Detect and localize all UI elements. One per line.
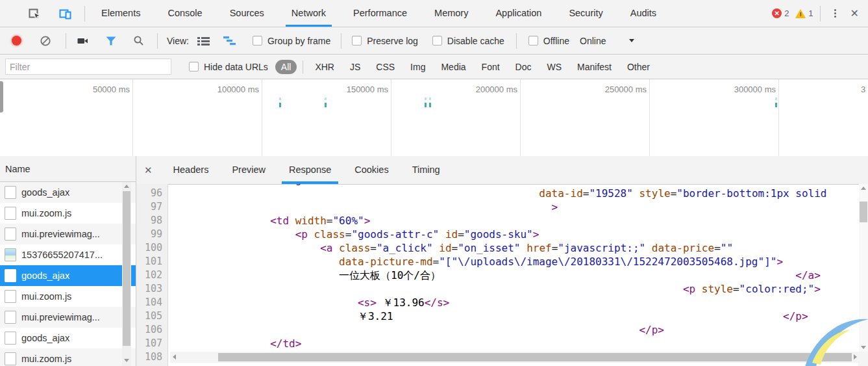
request-mark[interactable] [429, 98, 431, 100]
warning-count-icon[interactable]: ! [795, 9, 806, 18]
kebab-menu-icon[interactable] [826, 4, 845, 23]
detail-tab-preview[interactable]: Preview [228, 156, 269, 184]
filter-pill-all[interactable]: All [275, 60, 297, 74]
scroll-up-icon[interactable] [861, 187, 866, 190]
request-row[interactable]: mui.previewimag... [0, 307, 136, 328]
request-mark[interactable] [425, 103, 427, 107]
tab-performance[interactable]: Performance [350, 0, 410, 27]
code-token: "on_isset" [458, 242, 520, 254]
filter-pill-media[interactable]: Media [435, 60, 471, 74]
detail-tab-cookies[interactable]: Cookies [351, 156, 392, 184]
tab-memory[interactable]: Memory [431, 0, 471, 27]
request-row[interactable]: mui.zoom.js [0, 203, 136, 224]
tab-sources[interactable]: Sources [227, 0, 267, 27]
request-row[interactable]: goods_ajax [0, 182, 136, 203]
scroll-thumb[interactable] [123, 191, 130, 346]
timeline-tick-label: 300000 ms [704, 85, 776, 94]
scroll-thumb[interactable] [218, 353, 852, 361]
request-row[interactable]: goods_ajax [0, 265, 136, 286]
tab-security[interactable]: Security [565, 0, 606, 27]
filter-pill-ws[interactable]: WS [541, 60, 568, 74]
scroll-thumb[interactable] [860, 202, 867, 222]
request-list-scrollbar[interactable] [122, 182, 131, 366]
offline-checkbox[interactable] [528, 36, 538, 46]
scroll-down-icon[interactable] [861, 346, 866, 349]
request-mark[interactable] [425, 98, 427, 100]
error-count-icon[interactable]: ✕ [772, 8, 782, 18]
filter-pill-js[interactable]: JS [344, 60, 366, 74]
detail-tab-response[interactable]: Response [285, 156, 335, 184]
record-button[interactable] [12, 36, 21, 46]
document-icon [5, 269, 16, 282]
request-row[interactable]: mui.zoom.js [0, 286, 136, 307]
filter-pill-font[interactable]: Font [476, 60, 506, 74]
network-overview[interactable]: 50000 ms100000 ms150000 ms200000 ms25000… [0, 79, 868, 157]
filter-pill-css[interactable]: CSS [370, 60, 401, 74]
request-row[interactable]: goods_ajax [0, 328, 136, 348]
disable-cache-checkbox[interactable] [432, 36, 442, 46]
overview-scroll-handle[interactable] [0, 81, 3, 112]
scroll-right-icon[interactable] [854, 354, 857, 359]
warning-count[interactable]: 1 [808, 8, 813, 18]
timeline-gridline [778, 79, 779, 156]
device-toolbar-icon[interactable] [56, 4, 75, 23]
filter-pill-other[interactable]: Other [621, 60, 656, 74]
scroll-up-icon[interactable] [124, 185, 129, 188]
waterfall-overview-icon[interactable] [220, 31, 240, 51]
filter-pill-manifest[interactable]: Manifest [571, 60, 617, 74]
scroll-left-icon[interactable] [173, 354, 176, 359]
preserve-log-checkbox[interactable] [352, 36, 362, 46]
filter-pill-xhr[interactable]: XHR [309, 60, 340, 74]
code-line: 107</td> [136, 337, 868, 350]
close-detail-icon[interactable]: ✕ [144, 164, 153, 176]
detail-tab-headers[interactable]: Headers [169, 156, 213, 184]
separator [66, 33, 66, 49]
request-mark[interactable] [775, 103, 777, 107]
hide-data-urls-checkbox[interactable] [189, 62, 199, 72]
request-name: goods_ajax [21, 270, 69, 281]
scroll-down-icon[interactable] [124, 359, 129, 362]
error-count[interactable]: 2 [784, 8, 789, 18]
filter-icon[interactable] [101, 31, 121, 51]
request-mark[interactable] [325, 103, 327, 107]
clear-icon[interactable] [36, 31, 55, 51]
code-token: </s> [425, 296, 450, 309]
code-token [695, 283, 702, 295]
tab-network[interactable]: Network [288, 0, 329, 27]
group-by-frame-checkbox[interactable] [253, 36, 262, 46]
request-mark[interactable] [325, 98, 327, 100]
filter-input[interactable] [5, 59, 171, 75]
close-devtools-icon[interactable]: ✕ [850, 7, 859, 20]
throttling-caret-icon[interactable] [629, 39, 634, 42]
filter-pill-doc[interactable]: Doc [510, 60, 538, 74]
request-mark[interactable] [429, 103, 431, 107]
request-row[interactable]: 15376655207417... [0, 244, 136, 265]
scrollbar-corner [858, 352, 868, 366]
timeline-tick-label: 50000 ms [58, 85, 130, 94]
code-vertical-scrollbar[interactable] [859, 184, 868, 352]
filter-pill-img[interactable]: Img [404, 60, 431, 74]
inspect-element-icon[interactable] [25, 4, 44, 23]
request-mark[interactable] [775, 98, 777, 100]
line-number: 102 [136, 268, 162, 282]
request-row[interactable]: mui.zoom.js [0, 348, 136, 366]
code-horizontal-scrollbar[interactable] [170, 352, 858, 363]
tab-audits[interactable]: Audits [627, 0, 660, 27]
request-mark[interactable] [279, 103, 281, 107]
code-line-body: data-picture-md="["\/uploads\/image\/201… [170, 255, 868, 268]
request-row[interactable]: mui.previewimag... [0, 224, 136, 244]
capture-screenshots-icon[interactable] [73, 31, 92, 51]
code-token: ￥3.21 [358, 310, 393, 322]
request-mark[interactable] [279, 98, 281, 100]
tab-elements[interactable]: Elements [98, 0, 143, 27]
code-line: 105￥3.21</p> [136, 309, 868, 323]
code-token: 一位大板（10个/合） [339, 269, 441, 281]
name-column-header[interactable]: Name [0, 156, 136, 182]
tab-console[interactable]: Console [164, 0, 205, 27]
detail-tab-timing[interactable]: Timing [408, 156, 444, 184]
search-icon[interactable] [129, 31, 148, 51]
code-line-body: <s> ￥13.96</s> [170, 296, 868, 309]
tab-application[interactable]: Application [492, 0, 545, 27]
throttling-select[interactable]: Online [580, 36, 606, 46]
large-rows-icon[interactable] [194, 31, 214, 51]
